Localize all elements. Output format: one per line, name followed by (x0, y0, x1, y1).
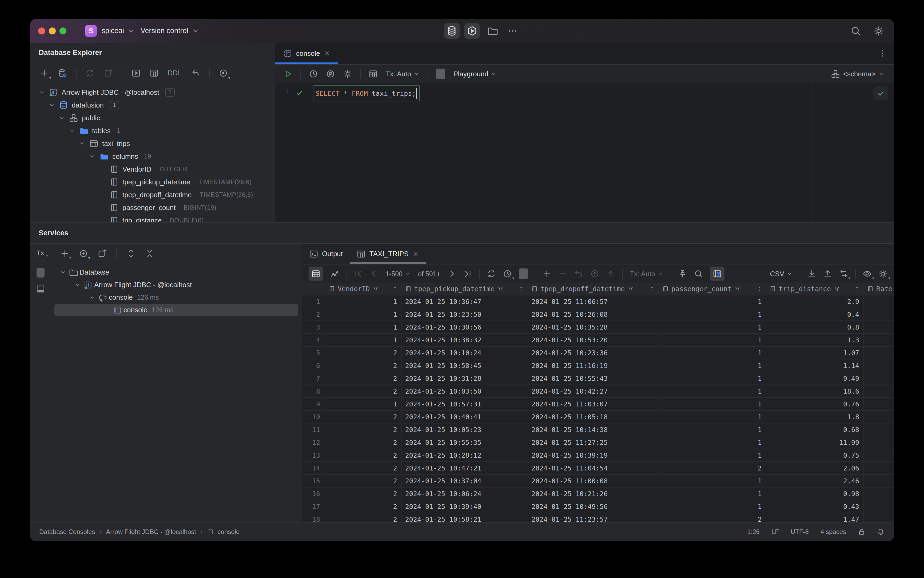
table-cell[interactable]: 2024-01-25 10:21:26 (528, 487, 659, 500)
close-icon[interactable] (412, 251, 419, 257)
explorer-tree-item-public[interactable]: public (30, 112, 275, 124)
table-cell[interactable]: 1 (659, 487, 767, 500)
table-cell[interactable]: 1 (659, 295, 767, 308)
stop-button[interactable] (436, 68, 445, 79)
table-cell[interactable]: 2024-01-25 10:28:12 (402, 449, 528, 461)
table-cell[interactable]: 1 (659, 411, 767, 423)
table-cell[interactable]: 2 (326, 449, 402, 461)
sql-editor[interactable]: 1 SELECT * FROM taxi_trips ; (275, 83, 894, 222)
row-number-cell[interactable]: 16 (302, 487, 326, 500)
sort-icon[interactable] (392, 286, 398, 292)
tx-strip-button[interactable]: Tx (37, 249, 44, 257)
table-cell[interactable]: 1 (659, 500, 767, 513)
table-cell[interactable]: 2024-01-25 10:37:04 (402, 475, 528, 487)
chevron-down-icon[interactable] (57, 269, 69, 276)
chevron-down-icon[interactable] (47, 102, 57, 109)
table-cell[interactable]: 2 (326, 347, 402, 359)
chevron-down-icon[interactable] (37, 89, 47, 96)
export-format-dropdown[interactable]: CSV (770, 270, 793, 278)
table-cell[interactable]: 2024-01-25 10:06:24 (402, 487, 528, 500)
row-number-cell[interactable]: 4 (302, 334, 326, 346)
chevron-down-icon[interactable] (57, 114, 67, 122)
table-cell[interactable]: 2024-01-25 10:35:28 (528, 321, 659, 333)
search-icon[interactable] (850, 26, 861, 36)
table-cell[interactable]: 2024-01-25 10:58:45 (402, 359, 528, 372)
table-cell[interactable]: 2024-01-25 10:26:08 (528, 308, 659, 320)
table-cell[interactable]: 2 (326, 424, 402, 436)
table-cell[interactable]: 2024-01-25 10:38:32 (402, 334, 528, 346)
table-cell[interactable]: 0.43 (766, 500, 864, 513)
table-cell[interactable] (864, 462, 894, 474)
explorer-tree-item-arrow-flight-jdbc-localhost[interactable]: Arrow Flight JDBC - @localhost1 (30, 86, 275, 99)
chart-view-button[interactable] (330, 269, 339, 278)
chevron-down-icon[interactable] (87, 153, 97, 160)
table-cell[interactable]: 2024-01-25 10:57:31 (402, 398, 528, 410)
explorer-tree-item-taxi-trips[interactable]: taxi_trips (30, 137, 275, 150)
results-tx-dropdown[interactable]: Tx: Auto (630, 270, 664, 278)
breadcrumb-item[interactable]: Database Consoles (39, 528, 95, 536)
grid-view-button[interactable] (309, 266, 323, 281)
row-number-cell[interactable]: 11 (302, 424, 326, 436)
table-cell[interactable]: 2024-01-25 10:14:38 (528, 424, 659, 436)
row-number-cell[interactable]: 13 (302, 449, 326, 461)
zoom-window-button[interactable] (60, 28, 66, 34)
row-number-cell[interactable]: 12 (302, 436, 326, 448)
console-settings-button[interactable] (343, 69, 352, 78)
table-cell[interactable] (864, 475, 894, 487)
table-cell[interactable]: 1.07 (766, 347, 864, 359)
tab-output[interactable]: Output (302, 244, 350, 264)
jump-back-button[interactable] (191, 68, 200, 78)
table-cell[interactable]: 2024-01-25 10:55:35 (402, 436, 528, 448)
filter-funnel-icon[interactable] (627, 286, 634, 292)
chevron-down-icon[interactable] (86, 294, 98, 301)
table-cell[interactable]: 2 (326, 500, 402, 513)
table-cell[interactable]: 2.9 (766, 295, 864, 308)
run-configurations-button[interactable] (464, 23, 480, 39)
sort-icon[interactable] (649, 286, 655, 292)
find-button[interactable] (694, 269, 703, 278)
filter-funnel-icon[interactable] (372, 286, 379, 292)
table-cell[interactable]: 2024-01-25 11:03:07 (528, 398, 659, 410)
table-cell[interactable] (864, 411, 894, 423)
row-number-cell[interactable]: 10 (302, 411, 326, 423)
breadcrumb-item[interactable]: console (218, 528, 240, 536)
services-tree-item-console[interactable]: console126 ms (54, 291, 298, 304)
row-number-cell[interactable]: 6 (302, 359, 326, 372)
expand-all-button[interactable] (126, 249, 136, 258)
jump-to-console-button[interactable] (104, 68, 113, 78)
table-cell[interactable] (864, 398, 894, 410)
row-number-cell[interactable]: 15 (302, 475, 326, 487)
filter-funnel-icon[interactable] (833, 286, 840, 292)
notifications-bell-icon[interactable] (877, 528, 885, 536)
grid-settings-button[interactable] (879, 269, 888, 278)
filter-panel-button[interactable] (710, 266, 725, 281)
services-tree-item-arrow-flight-jdbc-localhost[interactable]: Arrow Flight JDBC - @localhost (54, 279, 298, 291)
services-tree-item-console[interactable]: console126 ms (54, 304, 298, 316)
table-cell[interactable]: 2 (326, 475, 402, 487)
history-button[interactable] (309, 69, 318, 78)
refresh-button[interactable] (86, 68, 95, 78)
add-row-button[interactable] (542, 269, 551, 278)
database-tool-button[interactable] (444, 23, 460, 39)
explorer-tree-item-trip-distance[interactable]: trip_distanceDOUBLE(0) (30, 214, 275, 222)
next-page-button[interactable] (447, 269, 456, 278)
table-cell[interactable]: 1 (659, 436, 767, 448)
row-number-cell[interactable]: 3 (302, 321, 326, 333)
table-cell[interactable]: 1 (326, 321, 402, 333)
table-cell[interactable] (864, 424, 894, 436)
tab-taxi-trips[interactable]: TAXI_TRIPS (350, 244, 426, 264)
explorer-tree-item-tpep-dropoff-datetime[interactable]: tpep_dropoff_datetimeTIMESTAMP(26,6) (30, 188, 275, 201)
table-cell[interactable] (864, 308, 894, 320)
table-cell[interactable] (864, 321, 894, 333)
column-header-trip-distance[interactable]: trip_distance (766, 283, 864, 295)
table-cell[interactable]: 1.14 (766, 359, 864, 372)
new-datasource-button[interactable] (40, 68, 49, 78)
table-cell[interactable]: 0.4 (766, 308, 864, 320)
column-header-rate[interactable]: Rate (864, 283, 894, 295)
file-encoding[interactable]: UTF-8 (791, 528, 809, 536)
delete-row-button[interactable] (558, 269, 567, 278)
first-page-button[interactable] (353, 269, 363, 278)
import-upload-button[interactable] (823, 269, 832, 278)
table-cell[interactable] (864, 500, 894, 513)
open-editor-button[interactable] (131, 68, 141, 78)
